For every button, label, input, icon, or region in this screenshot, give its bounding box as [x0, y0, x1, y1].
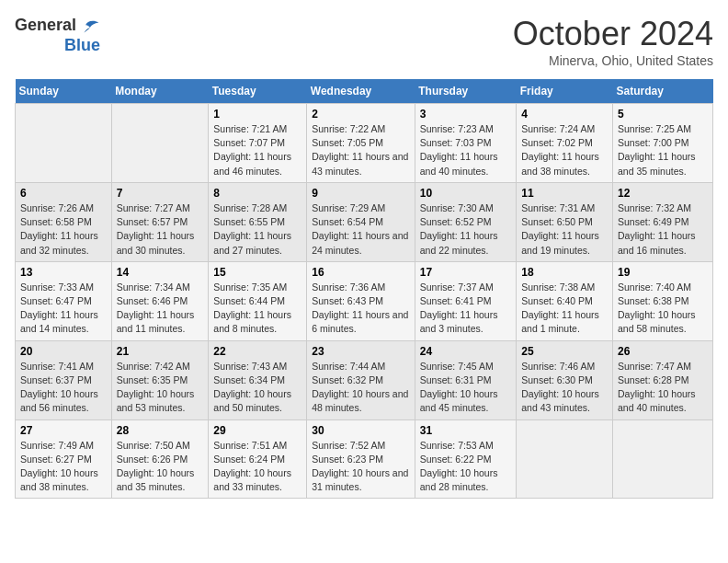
location-text: Minerva, Ohio, United States	[513, 53, 713, 68]
day-number: 28	[117, 424, 204, 437]
calendar-cell: 1 Sunrise: 7:21 AM Sunset: 7:07 PM Dayli…	[209, 104, 307, 183]
calendar-week-row: 27 Sunrise: 7:49 AM Sunset: 6:27 PM Dayl…	[16, 419, 713, 499]
day-info: Sunrise: 7:23 AM Sunset: 7:03 PM Dayligh…	[420, 122, 511, 178]
day-info: Sunrise: 7:43 AM Sunset: 6:34 PM Dayligh…	[213, 360, 301, 416]
calendar-cell	[612, 419, 712, 499]
month-title: October 2024	[513, 15, 713, 53]
calendar-week-row: 6 Sunrise: 7:26 AM Sunset: 6:58 PM Dayli…	[16, 182, 713, 261]
logo-blue-text: Blue	[64, 37, 100, 55]
day-info: Sunrise: 7:49 AM Sunset: 6:27 PM Dayligh…	[20, 439, 107, 495]
day-number: 20	[20, 345, 107, 358]
day-info: Sunrise: 7:46 AM Sunset: 6:30 PM Dayligh…	[521, 360, 608, 416]
day-info: Sunrise: 7:45 AM Sunset: 6:31 PM Dayligh…	[420, 360, 511, 416]
day-number: 15	[213, 266, 301, 279]
calendar-cell: 4 Sunrise: 7:24 AM Sunset: 7:02 PM Dayli…	[517, 104, 613, 183]
day-info: Sunrise: 7:32 AM Sunset: 6:49 PM Dayligh…	[618, 201, 708, 258]
day-number: 12	[618, 187, 708, 200]
calendar-week-row: 13 Sunrise: 7:33 AM Sunset: 6:47 PM Dayl…	[16, 261, 713, 340]
calendar-cell: 27 Sunrise: 7:49 AM Sunset: 6:27 PM Dayl…	[16, 419, 112, 499]
calendar-cell: 6 Sunrise: 7:26 AM Sunset: 6:58 PM Dayli…	[16, 182, 112, 261]
day-number: 11	[521, 187, 608, 200]
logo: General Blue	[15, 15, 100, 55]
day-info: Sunrise: 7:26 AM Sunset: 6:58 PM Dayligh…	[20, 201, 107, 258]
day-number: 27	[20, 424, 107, 437]
day-info: Sunrise: 7:47 AM Sunset: 6:28 PM Dayligh…	[618, 360, 708, 416]
day-info: Sunrise: 7:34 AM Sunset: 6:46 PM Dayligh…	[117, 281, 204, 337]
calendar-cell: 19 Sunrise: 7:40 AM Sunset: 6:38 PM Dayl…	[612, 261, 712, 340]
day-info: Sunrise: 7:44 AM Sunset: 6:32 PM Dayligh…	[312, 360, 410, 416]
calendar-cell: 21 Sunrise: 7:42 AM Sunset: 6:35 PM Dayl…	[111, 340, 209, 419]
calendar-cell: 14 Sunrise: 7:34 AM Sunset: 6:46 PM Dayl…	[111, 261, 209, 340]
day-info: Sunrise: 7:27 AM Sunset: 6:57 PM Dayligh…	[117, 201, 204, 258]
calendar-cell: 18 Sunrise: 7:38 AM Sunset: 6:40 PM Dayl…	[517, 261, 613, 340]
calendar-cell: 2 Sunrise: 7:22 AM Sunset: 7:05 PM Dayli…	[307, 104, 415, 183]
day-info: Sunrise: 7:35 AM Sunset: 6:44 PM Dayligh…	[213, 281, 301, 337]
calendar-cell: 20 Sunrise: 7:41 AM Sunset: 6:37 PM Dayl…	[16, 340, 112, 419]
day-info: Sunrise: 7:21 AM Sunset: 7:07 PM Dayligh…	[213, 122, 301, 178]
calendar-week-row: 20 Sunrise: 7:41 AM Sunset: 6:37 PM Dayl…	[16, 340, 713, 419]
calendar-cell: 25 Sunrise: 7:46 AM Sunset: 6:30 PM Dayl…	[517, 340, 613, 419]
calendar-cell: 30 Sunrise: 7:52 AM Sunset: 6:23 PM Dayl…	[307, 419, 415, 499]
day-number: 24	[420, 345, 511, 358]
day-info: Sunrise: 7:31 AM Sunset: 6:50 PM Dayligh…	[521, 201, 608, 258]
day-number: 8	[213, 187, 301, 200]
day-info: Sunrise: 7:29 AM Sunset: 6:54 PM Dayligh…	[312, 201, 410, 258]
calendar-cell: 31 Sunrise: 7:53 AM Sunset: 6:22 PM Dayl…	[415, 419, 516, 499]
day-info: Sunrise: 7:36 AM Sunset: 6:43 PM Dayligh…	[312, 281, 410, 337]
weekday-header-sunday: Sunday	[16, 79, 112, 104]
day-number: 3	[420, 108, 511, 121]
logo-bird-icon	[78, 15, 100, 37]
calendar-cell	[111, 104, 209, 183]
calendar-cell: 15 Sunrise: 7:35 AM Sunset: 6:44 PM Dayl…	[209, 261, 307, 340]
day-number: 14	[117, 266, 204, 279]
day-info: Sunrise: 7:40 AM Sunset: 6:38 PM Dayligh…	[618, 281, 708, 337]
page-header: General Blue October 2024 Minerva, Ohio,…	[15, 15, 713, 68]
day-number: 4	[521, 108, 608, 121]
day-number: 9	[312, 187, 410, 200]
calendar-cell: 7 Sunrise: 7:27 AM Sunset: 6:57 PM Dayli…	[111, 182, 209, 261]
day-info: Sunrise: 7:52 AM Sunset: 6:23 PM Dayligh…	[312, 439, 410, 495]
day-number: 23	[312, 345, 410, 358]
calendar-cell: 24 Sunrise: 7:45 AM Sunset: 6:31 PM Dayl…	[415, 340, 516, 419]
calendar-cell: 16 Sunrise: 7:36 AM Sunset: 6:43 PM Dayl…	[307, 261, 415, 340]
weekday-header-row: SundayMondayTuesdayWednesdayThursdayFrid…	[16, 79, 713, 104]
day-number: 31	[420, 424, 511, 437]
day-info: Sunrise: 7:28 AM Sunset: 6:55 PM Dayligh…	[213, 201, 301, 258]
calendar-cell: 23 Sunrise: 7:44 AM Sunset: 6:32 PM Dayl…	[307, 340, 415, 419]
day-info: Sunrise: 7:25 AM Sunset: 7:00 PM Dayligh…	[618, 122, 708, 178]
weekday-header-monday: Monday	[111, 79, 209, 104]
day-info: Sunrise: 7:33 AM Sunset: 6:47 PM Dayligh…	[20, 281, 107, 337]
day-number: 6	[20, 187, 107, 200]
weekday-header-tuesday: Tuesday	[209, 79, 307, 104]
weekday-header-thursday: Thursday	[415, 79, 516, 104]
calendar-cell: 29 Sunrise: 7:51 AM Sunset: 6:24 PM Dayl…	[209, 419, 307, 499]
day-info: Sunrise: 7:42 AM Sunset: 6:35 PM Dayligh…	[117, 360, 204, 416]
calendar-cell	[16, 104, 112, 183]
calendar-cell	[517, 419, 613, 499]
calendar-cell: 28 Sunrise: 7:50 AM Sunset: 6:26 PM Dayl…	[111, 419, 209, 499]
day-number: 16	[312, 266, 410, 279]
day-number: 2	[312, 108, 410, 121]
calendar-week-row: 1 Sunrise: 7:21 AM Sunset: 7:07 PM Dayli…	[16, 104, 713, 183]
day-number: 29	[213, 424, 301, 437]
day-info: Sunrise: 7:50 AM Sunset: 6:26 PM Dayligh…	[117, 439, 204, 495]
calendar-cell: 13 Sunrise: 7:33 AM Sunset: 6:47 PM Dayl…	[16, 261, 112, 340]
day-number: 1	[213, 108, 301, 121]
day-number: 17	[420, 266, 511, 279]
calendar-cell: 3 Sunrise: 7:23 AM Sunset: 7:03 PM Dayli…	[415, 104, 516, 183]
calendar-cell: 26 Sunrise: 7:47 AM Sunset: 6:28 PM Dayl…	[612, 340, 712, 419]
day-info: Sunrise: 7:51 AM Sunset: 6:24 PM Dayligh…	[213, 439, 301, 495]
logo-general-text: General	[15, 17, 76, 35]
weekday-header-saturday: Saturday	[612, 79, 712, 104]
weekday-header-friday: Friday	[517, 79, 613, 104]
day-info: Sunrise: 7:30 AM Sunset: 6:52 PM Dayligh…	[420, 201, 511, 258]
calendar-table: SundayMondayTuesdayWednesdayThursdayFrid…	[15, 79, 713, 499]
day-info: Sunrise: 7:22 AM Sunset: 7:05 PM Dayligh…	[312, 122, 410, 178]
day-number: 10	[420, 187, 511, 200]
calendar-cell: 9 Sunrise: 7:29 AM Sunset: 6:54 PM Dayli…	[307, 182, 415, 261]
calendar-cell: 10 Sunrise: 7:30 AM Sunset: 6:52 PM Dayl…	[415, 182, 516, 261]
calendar-cell: 5 Sunrise: 7:25 AM Sunset: 7:00 PM Dayli…	[612, 104, 712, 183]
day-number: 25	[521, 345, 608, 358]
weekday-header-wednesday: Wednesday	[307, 79, 415, 104]
day-number: 18	[521, 266, 608, 279]
